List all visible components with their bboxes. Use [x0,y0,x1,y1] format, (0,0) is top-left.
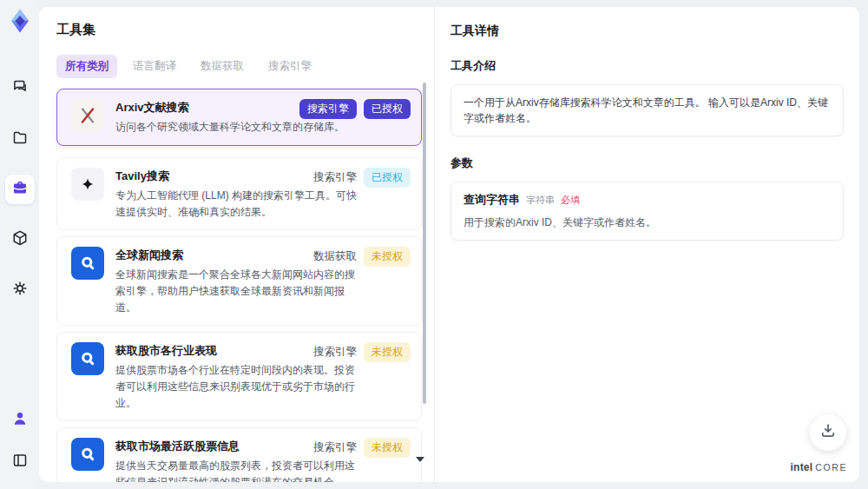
tool-list: Arxiv文献搜索 访问各个研究领域大量科学论文和文章的存储库。 搜索引擎 已授… [56,89,422,482]
tool-card-global-news[interactable]: 全球新闻搜索 全球新闻搜索是一个聚合全球各大新闻网站内容的搜索引擎，帮助用户快速… [56,236,422,326]
brand-diamond-logo [7,8,33,34]
sidebar-item-profile[interactable] [5,406,35,435]
sidebar-item-packages[interactable] [5,225,35,254]
sidebar-item-settings[interactable] [5,275,35,305]
tool-description: 全球新闻搜索是一个聚合全球各大新闻网站内容的搜索引擎，帮助用户快速获取全球最新资… [115,267,358,315]
tool-description: 提供股票市场各个行业在特定时间段内的表现。投资者可以利用这些信息来识别表现优于或… [115,362,358,411]
intel-logo-text: intel [791,461,813,473]
param-type: 字符串 [526,194,555,207]
auth-status-badge: 未授权 [364,247,411,267]
intro-text: 一个用于从Arxiv存储库搜索科学论文和文章的工具。 输入可以是Arxiv ID… [464,95,831,126]
param-description: 用于搜索的Arxiv ID、关键字或作者姓名。 [464,215,831,230]
category-label: 搜索引擎 [313,345,357,360]
param-required-badge: 必填 [561,194,580,207]
tavily-star-logo [71,168,104,201]
briefcase-tools-icon [11,179,29,200]
scrollbar-thumb[interactable] [423,83,426,404]
category-label: 搜索引擎 [313,440,357,455]
gear-icon [11,280,29,301]
tool-description: 专为人工智能代理 (LLM) 构建的搜索引擎工具。可快速提供实时、准确和真实的结… [115,188,358,220]
param-box: 查询字符串 字符串 必填 用于搜索的Arxiv ID、关键字或作者姓名。 [450,182,844,241]
list-scrollbar[interactable] [423,83,426,465]
folder-icon [11,129,29,149]
left-sidebar [0,0,39,489]
tool-card-tavily[interactable]: Tavily搜索 专为人工智能代理 (LLM) 构建的搜索引擎工具。可快速提供实… [56,157,422,230]
sidebar-item-files[interactable] [5,124,35,154]
scroll-down-caret[interactable] [416,457,424,462]
auth-status-badge: 已授权 [364,168,411,188]
tool-description: 提供当天交易量最高的股票列表，投资者可以利用这些信息来识别流动性强的股票和潜在的… [115,458,358,482]
user-avatar-icon [11,410,29,431]
auth-status-badge: 未授权 [364,438,411,458]
intro-box: 一个用于从Arxiv存储库搜索科学论文和文章的工具。 输入可以是Arxiv ID… [450,84,844,136]
tab-search-engine[interactable]: 搜索引擎 [260,55,320,78]
intro-heading: 工具介绍 [450,58,844,74]
tool-card-arxiv[interactable]: Arxiv文献搜索 访问各个研究领域大量科学论文和文章的存储库。 搜索引擎 已授… [56,89,422,146]
package-icon [11,229,29,250]
category-label: 数据获取 [313,249,357,264]
news-search-logo [71,247,104,280]
arxiv-logo [71,99,104,132]
category-label: 搜索引擎 [313,170,357,185]
params-heading: 参数 [450,155,844,171]
stock-search-logo [71,438,104,471]
param-name: 查询字符串 [464,192,520,208]
sidebar-item-tools[interactable] [5,175,35,204]
download-button[interactable] [810,414,846,451]
tool-list-panel: 工具集 所有类别 语言翻译 数据获取 搜索引擎 Arxiv文献搜索 访问各个研究… [39,7,434,482]
tab-language-translation[interactable]: 语言翻译 [124,55,185,78]
stock-search-logo [71,342,104,375]
tab-all-categories[interactable]: 所有类别 [56,55,117,78]
page-title: 工具集 [56,22,422,38]
sidebar-item-chat[interactable] [5,74,35,103]
download-icon [819,421,838,444]
auth-status-badge: 未授权 [364,342,411,362]
auth-status-badge: 已授权 [364,99,411,119]
category-tabs: 所有类别 语言翻译 数据获取 搜索引擎 [56,55,422,78]
tool-detail-panel: 工具详情 工具介绍 一个用于从Arxiv存储库搜索科学论文和文章的工具。 输入可… [435,7,859,482]
collapse-panel-icon [11,452,29,472]
tab-data-fetch[interactable]: 数据获取 [192,55,253,78]
category-badge: 搜索引擎 [299,99,357,119]
detail-title: 工具详情 [450,23,844,39]
tool-card-sector-performance[interactable]: 获取股市各行业表现 提供股票市场各个行业在特定时间段内的表现。投资者可以利用这些… [56,332,422,421]
sidebar-item-collapse[interactable] [5,447,35,477]
core-logo-text: core [815,462,847,472]
intel-core-logo: intel core [791,461,847,473]
tool-description: 访问各个研究领域大量科学论文和文章的存储库。 [115,119,345,135]
tool-card-most-active-stocks[interactable]: 获取市场最活跃股票信息 提供当天交易量最高的股票列表，投资者可以利用这些信息来识… [56,427,422,482]
main-panel: 工具集 所有类别 语言翻译 数据获取 搜索引擎 Arxiv文献搜索 访问各个研究… [39,7,859,482]
chat-icon [11,78,29,99]
